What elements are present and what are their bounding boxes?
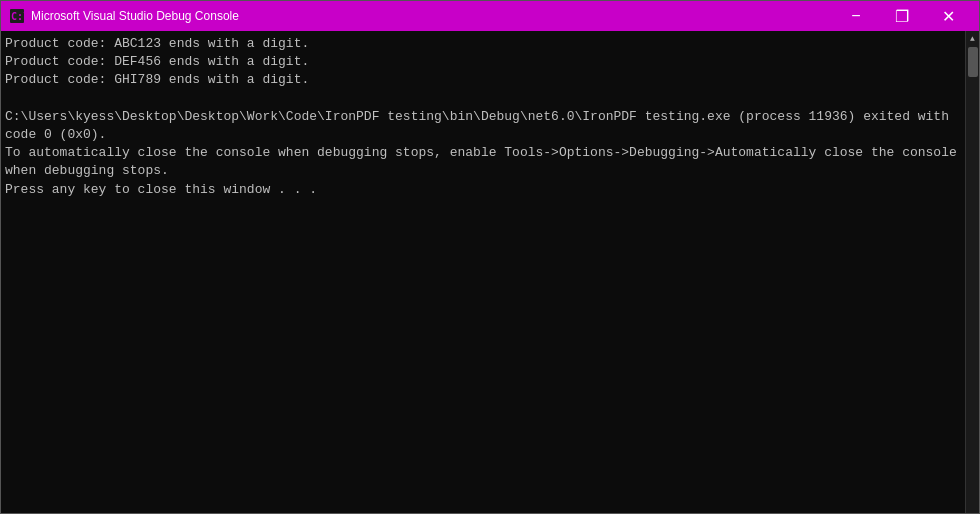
restore-button[interactable]: ❐ bbox=[879, 1, 925, 31]
console-output[interactable]: Product code: ABC123 ends with a digit. … bbox=[1, 31, 965, 513]
svg-text:C:\: C:\ bbox=[11, 11, 25, 22]
window-controls: − ❐ ✕ bbox=[833, 1, 971, 31]
scrollbar-thumb[interactable] bbox=[968, 47, 978, 77]
close-button[interactable]: ✕ bbox=[925, 1, 971, 31]
scrollbar[interactable]: ▲ bbox=[965, 31, 979, 513]
main-window: C:\ Microsoft Visual Studio Debug Consol… bbox=[0, 0, 980, 514]
scroll-up-arrow[interactable]: ▲ bbox=[966, 31, 980, 45]
window-title: Microsoft Visual Studio Debug Console bbox=[31, 9, 833, 23]
console-area: Product code: ABC123 ends with a digit. … bbox=[1, 31, 979, 513]
app-icon: C:\ bbox=[9, 8, 25, 24]
title-bar: C:\ Microsoft Visual Studio Debug Consol… bbox=[1, 1, 979, 31]
minimize-button[interactable]: − bbox=[833, 1, 879, 31]
